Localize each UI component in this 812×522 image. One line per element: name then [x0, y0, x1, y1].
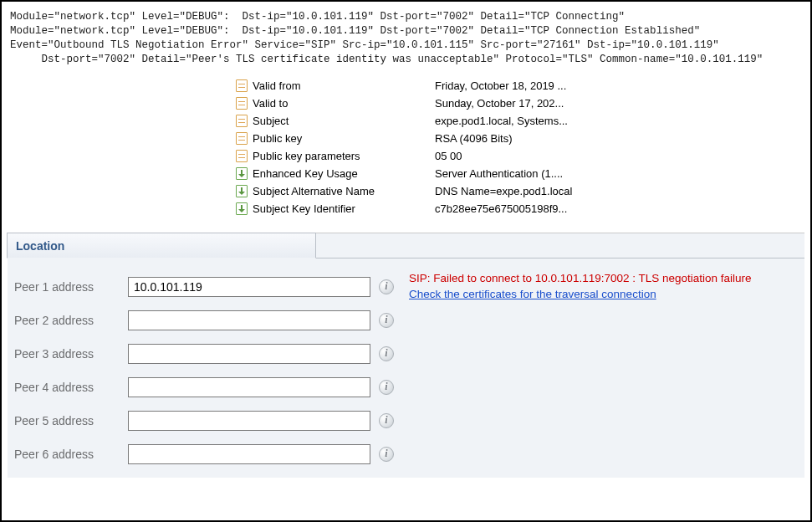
cert-row-enhanced-key-usage: Enhanced Key Usage Server Authentication… — [236, 165, 804, 182]
cert-field-value: Friday, October 18, 2019 ... — [435, 79, 566, 92]
peer-4-label: Peer 4 address — [14, 381, 120, 394]
log-line-1: Module="network.tcp" Level="DEBUG": Dst-… — [10, 11, 625, 23]
log-line-3: Event="Outbound TLS Negotiation Error" S… — [10, 39, 719, 51]
cert-field-label: Subject Key Identifier — [253, 202, 355, 215]
info-icon[interactable]: i — [379, 413, 394, 428]
cert-field-value: DNS Name=expe.pod1.local — [435, 185, 572, 197]
app-frame: Module="network.tcp" Level="DEBUG": Dst-… — [0, 0, 812, 522]
peer-5-label: Peer 5 address — [14, 414, 120, 427]
connection-error: SIP: Failed to connect to 10.0.101.119:7… — [409, 271, 752, 301]
info-icon[interactable]: i — [379, 313, 394, 328]
location-tab: Location — [7, 233, 316, 258]
document-icon — [236, 97, 248, 110]
info-icon[interactable]: i — [379, 380, 394, 395]
error-message: SIP: Failed to connect to 10.0.101.119:7… — [409, 272, 752, 284]
cert-row-subject: Subject expe.pod1.local, Systems... — [236, 112, 804, 130]
divider — [316, 258, 804, 258]
peer-row-2: Peer 2 address i — [14, 304, 804, 337]
cert-row-public-key-params: Public key parameters 05 00 — [236, 147, 804, 165]
document-icon — [236, 132, 248, 145]
cert-field-label: Subject — [253, 115, 289, 127]
peer-address-list: Peer 1 address i SIP: Failed to connect … — [8, 258, 804, 471]
cert-field-value: c7b28ee75e675005198f9... — [435, 202, 567, 215]
log-line-4: Dst-port="7002" Detail="Peer's TLS certi… — [10, 54, 763, 65]
debug-log: Module="network.tcp" Level="DEBUG": Dst-… — [8, 8, 804, 74]
peer-2-label: Peer 2 address — [14, 314, 120, 327]
peer-row-6: Peer 6 address i — [14, 438, 804, 471]
location-tab-bar: Location — [8, 233, 804, 258]
peer-1-input[interactable] — [128, 277, 370, 297]
location-panel: Location Peer 1 address i SIP: Failed to… — [8, 233, 804, 478]
peer-row-1: Peer 1 address i SIP: Failed to connect … — [14, 270, 804, 304]
error-help-link[interactable]: Check the certificates for the traversal… — [409, 288, 656, 300]
certificate-details: Valid from Friday, October 18, 2019 ... … — [236, 77, 804, 218]
log-line-2: Module="network.tcp" Level="DEBUG": Dst-… — [10, 25, 700, 37]
peer-6-label: Peer 6 address — [14, 448, 120, 461]
info-icon[interactable]: i — [379, 279, 394, 294]
extension-icon — [236, 167, 248, 180]
peer-5-input[interactable] — [128, 411, 370, 431]
peer-row-4: Peer 4 address i — [14, 371, 804, 404]
extension-icon — [236, 185, 248, 197]
cert-field-label: Public key — [253, 132, 302, 145]
cert-field-label: Enhanced Key Usage — [253, 167, 358, 180]
cert-field-value: Sunday, October 17, 202... — [435, 97, 564, 110]
peer-1-label: Peer 1 address — [14, 280, 120, 294]
peer-2-input[interactable] — [128, 310, 370, 330]
document-icon — [236, 79, 248, 92]
extension-icon — [236, 202, 248, 215]
cert-field-label: Public key parameters — [253, 150, 360, 162]
peer-3-label: Peer 3 address — [14, 347, 120, 361]
document-icon — [236, 150, 248, 162]
peer-6-input[interactable] — [128, 444, 370, 464]
cert-field-label: Valid from — [253, 79, 301, 92]
cert-field-value: expe.pod1.local, Systems... — [435, 115, 568, 127]
cert-row-valid-to: Valid to Sunday, October 17, 202... — [236, 95, 804, 112]
peer-3-input[interactable] — [128, 344, 370, 364]
document-icon — [236, 115, 248, 127]
cert-row-public-key: Public key RSA (4096 Bits) — [236, 130, 804, 147]
peer-row-5: Peer 5 address i — [14, 404, 804, 438]
cert-field-value: 05 00 — [435, 150, 462, 162]
cert-field-value: RSA (4096 Bits) — [435, 132, 513, 145]
peer-4-input[interactable] — [128, 377, 370, 397]
cert-field-label: Valid to — [253, 97, 288, 110]
cert-field-value: Server Authentication (1.... — [435, 167, 563, 180]
cert-field-label: Subject Alternative Name — [253, 185, 375, 197]
info-icon[interactable]: i — [379, 346, 394, 361]
cert-row-valid-from: Valid from Friday, October 18, 2019 ... — [236, 77, 804, 95]
peer-row-3: Peer 3 address i — [14, 337, 804, 371]
info-icon[interactable]: i — [379, 447, 394, 462]
cert-row-san: Subject Alternative Name DNS Name=expe.p… — [236, 182, 804, 200]
cert-row-ski: Subject Key Identifier c7b28ee75e6750051… — [236, 200, 804, 218]
